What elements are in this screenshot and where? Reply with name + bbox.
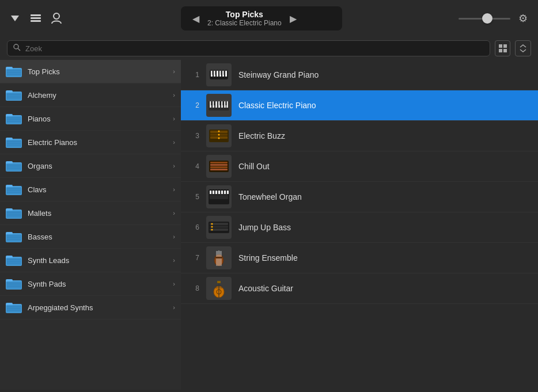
dropdown-icon[interactable]	[7, 10, 23, 26]
list-row[interactable]: 2 Classic Electric Piano	[181, 90, 538, 121]
sidebar-item-label: Electric Pianos	[28, 138, 167, 147]
list-row[interactable]: 8 Acoustic Guitar	[181, 273, 538, 304]
row-thumbnail	[206, 216, 232, 239]
sidebar-item-synth-pads[interactable]: Synth Pads ›	[0, 272, 181, 296]
list-row[interactable]: 6 Jump Up Bass	[181, 212, 538, 243]
list-row[interactable]: 7 String Ensemble	[181, 243, 538, 273]
svg-rect-43	[6, 187, 21, 195]
row-thumbnail	[206, 155, 232, 178]
svg-rect-102	[226, 101, 227, 105]
search-bar	[0, 37, 538, 60]
library-icon[interactable]	[28, 10, 44, 26]
list-row[interactable]: 1 Steinway Grand Piano	[181, 60, 538, 90]
svg-rect-124	[227, 191, 229, 194]
sidebar-item-organs[interactable]: Organs ›	[0, 154, 181, 178]
sidebar-item-arpeggiated-synths[interactable]: Arpeggiated Synths ›	[0, 296, 181, 319]
svg-rect-123	[224, 191, 226, 194]
row-thumbnail	[206, 94, 232, 117]
sidebar-item-label: Clavs	[28, 185, 167, 194]
sidebar-item-mallets[interactable]: Mallets ›	[0, 201, 181, 225]
svg-point-107	[218, 131, 220, 132]
sidebar-item-label: Synth Pads	[28, 280, 167, 288]
svg-rect-3	[31, 20, 41, 22]
chevron-right-icon: ›	[173, 210, 175, 216]
person-icon[interactable]	[48, 10, 65, 26]
list-row[interactable]: 3 Electric Buzz	[181, 121, 538, 151]
sidebar-item-basses[interactable]: Basses ›	[0, 225, 181, 249]
svg-point-109	[218, 138, 220, 139]
folder-icon	[6, 112, 22, 125]
row-name: Electric Buzz	[238, 131, 285, 140]
svg-rect-37	[6, 163, 21, 171]
svg-rect-78	[210, 69, 228, 71]
svg-rect-9	[499, 49, 502, 52]
sidebar-item-label: Top Picks	[28, 67, 167, 76]
sidebar-item-pianos[interactable]: Pianos ›	[0, 107, 181, 131]
svg-point-5	[14, 44, 18, 49]
chevron-right-icon: ›	[173, 186, 175, 193]
collapse-button[interactable]	[515, 40, 531, 56]
sidebar-item-clavs[interactable]: Clavs ›	[0, 178, 181, 201]
folder-icon	[6, 159, 22, 172]
row-name: Jump Up Bass	[238, 223, 291, 232]
svg-rect-99	[214, 101, 215, 105]
sidebar-item-electric-pianos[interactable]: Electric Pianos ›	[0, 131, 181, 154]
svg-rect-73	[6, 305, 21, 313]
next-button[interactable]: ▶	[290, 13, 297, 24]
row-name: Tonewheel Organ	[238, 192, 302, 201]
svg-point-131	[211, 229, 213, 231]
svg-rect-111	[210, 162, 228, 163]
row-name: Steinway Grand Piano	[238, 70, 319, 79]
svg-rect-101	[223, 101, 224, 105]
grid-view-button[interactable]	[495, 40, 511, 56]
folder-icon	[6, 301, 22, 314]
search-input-wrap[interactable]	[7, 40, 490, 56]
chevron-right-icon: ›	[173, 304, 175, 311]
settings-button[interactable]: ⚙	[515, 10, 531, 26]
header-title-sub: 2: Classic Electric Piano	[207, 19, 282, 27]
sidebar-item-alchemy[interactable]: Alchemy ›	[0, 83, 181, 107]
svg-rect-138	[215, 257, 222, 258]
list-row[interactable]: 4 Chill Out	[181, 151, 538, 182]
svg-rect-122	[221, 191, 223, 194]
svg-rect-120	[215, 191, 217, 194]
sidebar-item-label: Basses	[28, 233, 167, 241]
folder-icon	[6, 254, 22, 267]
chevron-right-icon: ›	[173, 115, 175, 122]
svg-rect-19	[6, 93, 21, 100]
header: ◀ Top Picks 2: Classic Electric Piano ▶ …	[0, 0, 538, 37]
svg-rect-10	[503, 49, 507, 52]
folder-icon	[6, 89, 22, 101]
slider-knob	[482, 13, 492, 24]
row-name: Acoustic Guitar	[238, 284, 293, 293]
folder-icon	[6, 207, 22, 219]
svg-rect-85	[213, 71, 214, 75]
svg-rect-100	[220, 101, 221, 105]
sidebar-item-synth-leads[interactable]: Synth Leads ›	[0, 249, 181, 272]
volume-slider[interactable]	[459, 18, 510, 20]
sidebar: Top Picks › Alchemy ›	[0, 60, 181, 390]
svg-rect-118	[210, 191, 211, 194]
svg-point-130	[211, 226, 213, 228]
header-right: ⚙	[459, 10, 531, 26]
search-input[interactable]	[25, 44, 484, 53]
search-icon	[13, 44, 21, 53]
svg-rect-90	[209, 100, 229, 101]
list-row[interactable]: 5 Tonewheel Organ	[181, 182, 538, 212]
svg-rect-86	[215, 71, 217, 75]
row-thumbnail	[206, 277, 232, 300]
svg-rect-121	[218, 191, 220, 194]
svg-rect-2	[31, 17, 41, 19]
row-thumbnail	[206, 63, 232, 86]
svg-rect-142	[217, 281, 221, 283]
prev-button[interactable]: ◀	[192, 13, 199, 24]
row-name: String Ensemble	[238, 253, 298, 262]
header-title-main: Top Picks	[207, 10, 282, 19]
sidebar-item-top-picks[interactable]: Top Picks ›	[0, 60, 181, 83]
svg-rect-8	[503, 44, 507, 48]
row-number: 4	[188, 162, 199, 170]
svg-rect-112	[210, 164, 228, 166]
header-left	[7, 10, 65, 26]
svg-line-6	[18, 48, 20, 51]
svg-point-108	[218, 134, 220, 136]
